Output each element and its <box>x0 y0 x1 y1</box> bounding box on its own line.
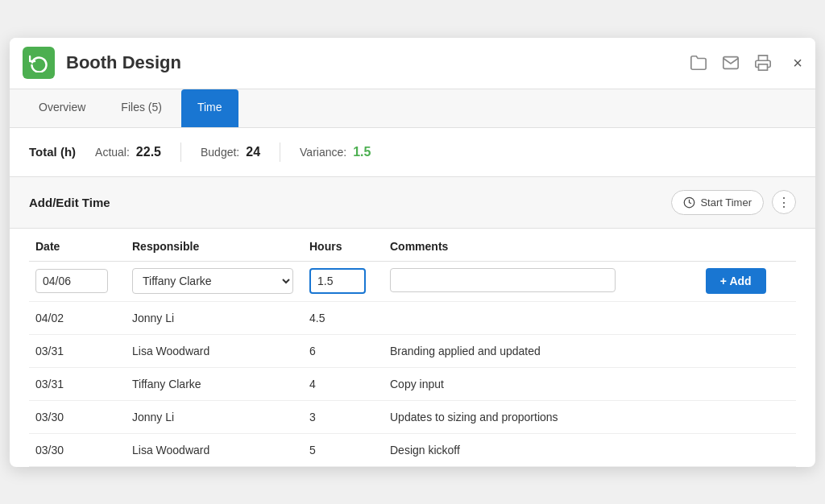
time-table: Date Responsible Hours Comments Tiffany … <box>29 229 796 467</box>
budget-label: Budget: <box>201 146 239 159</box>
timer-icon <box>683 196 695 209</box>
comments-cell <box>383 261 699 301</box>
add-cell: + Add <box>699 261 796 301</box>
stat-divider-2 <box>280 143 280 162</box>
print-icon[interactable] <box>754 54 772 72</box>
row-responsible: Tiffany Clarke <box>126 367 303 400</box>
section-header: Add/Edit Time Start Timer ⋮ <box>10 177 815 229</box>
folder-icon[interactable] <box>690 54 707 72</box>
row-date: 03/30 <box>29 400 126 433</box>
row-comments <box>383 301 699 334</box>
row-responsible: Jonny Li <box>126 301 303 334</box>
stats-row: Total (h) Actual: 22.5 Budget: 24 Varian… <box>10 128 815 177</box>
col-header-date: Date <box>29 229 126 262</box>
tab-overview[interactable]: Overview <box>23 89 102 127</box>
time-table-container: Date Responsible Hours Comments Tiffany … <box>10 229 815 467</box>
variance-label: Variance: <box>300 146 346 159</box>
close-button[interactable]: × <box>793 54 802 72</box>
actual-value: 22.5 <box>136 145 161 159</box>
actual-label: Actual: <box>95 146 130 159</box>
hours-input[interactable] <box>309 268 366 294</box>
variance-value: 1.5 <box>353 145 371 159</box>
col-header-comments: Comments <box>383 229 699 262</box>
tab-bar: Overview Files (5) Time <box>10 89 815 128</box>
main-window: Booth Design × <box>10 38 815 467</box>
section-title: Add/Edit Time <box>29 196 110 209</box>
actual-stat: Actual: 22.5 <box>95 145 161 159</box>
tab-files[interactable]: Files (5) <box>105 89 178 127</box>
app-icon <box>23 47 55 79</box>
table-row: 03/31 Lisa Woodward 6 Branding applied a… <box>29 334 796 367</box>
title-bar-actions: × <box>690 54 802 72</box>
table-row: 03/31 Tiffany Clarke 4 Copy input <box>29 367 796 400</box>
add-button[interactable]: + Add <box>706 268 766 294</box>
start-timer-button[interactable]: Start Timer <box>671 190 764 215</box>
table-row: 03/30 Lisa Woodward 5 Design kickoff <box>29 433 796 466</box>
row-comments: Branding applied and updated <box>383 334 699 367</box>
tab-time[interactable]: Time <box>181 89 238 127</box>
row-date: 04/02 <box>29 301 126 334</box>
row-comments: Copy input <box>383 367 699 400</box>
responsible-cell: Tiffany Clarke Jonny Li Lisa Woodward <box>126 261 303 301</box>
table-row: 04/02 Jonny Li 4.5 <box>29 301 796 334</box>
variance-stat: Variance: 1.5 <box>300 145 371 159</box>
table-row: 03/30 Jonny Li 3 Updates to sizing and p… <box>29 400 796 433</box>
table-header-row: Date Responsible Hours Comments <box>29 229 796 262</box>
date-input[interactable] <box>35 269 108 293</box>
stat-divider-1 <box>180 143 181 162</box>
row-hours: 4 <box>303 367 383 400</box>
responsible-select[interactable]: Tiffany Clarke Jonny Li Lisa Woodward <box>132 268 293 294</box>
row-hours: 6 <box>303 334 383 367</box>
date-cell <box>29 261 126 301</box>
row-hours: 5 <box>303 433 383 466</box>
budget-stat: Budget: 24 <box>201 145 260 159</box>
window-title: Booth Design <box>66 52 690 73</box>
stats-title: Total (h) <box>29 145 76 159</box>
row-comments: Design kickoff <box>383 433 699 466</box>
email-icon[interactable] <box>722 54 740 72</box>
time-entry-input-row: Tiffany Clarke Jonny Li Lisa Woodward + <box>29 261 796 301</box>
budget-value: 24 <box>246 145 260 159</box>
title-bar: Booth Design × <box>10 38 815 89</box>
row-hours: 4.5 <box>303 301 383 334</box>
row-responsible: Lisa Woodward <box>126 433 303 466</box>
row-hours: 3 <box>303 400 383 433</box>
row-comments: Updates to sizing and proportions <box>383 400 699 433</box>
comments-input[interactable] <box>390 268 616 292</box>
row-responsible: Lisa Woodward <box>126 334 303 367</box>
svg-rect-0 <box>759 64 768 70</box>
hours-cell <box>303 261 383 301</box>
row-responsible: Jonny Li <box>126 400 303 433</box>
col-header-hours: Hours <box>303 229 383 262</box>
section-actions: Start Timer ⋮ <box>671 190 796 215</box>
row-date: 03/31 <box>29 367 126 400</box>
more-options-button[interactable]: ⋮ <box>772 190 796 214</box>
col-header-responsible: Responsible <box>126 229 303 262</box>
row-date: 03/31 <box>29 334 126 367</box>
row-date: 03/30 <box>29 433 126 466</box>
